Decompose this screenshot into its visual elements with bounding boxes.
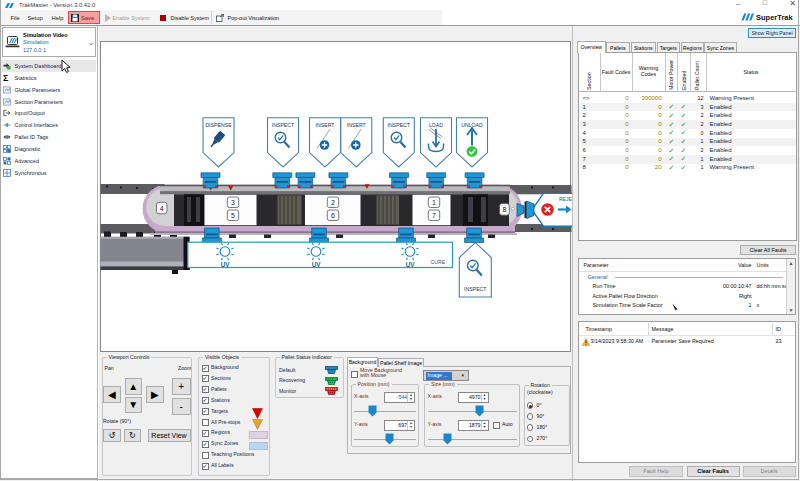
svg-text:8: 8 <box>502 206 506 213</box>
svg-text:UV: UV <box>312 261 322 268</box>
svg-text:7: 7 <box>432 212 436 219</box>
svg-text:CURE: CURE <box>431 259 446 265</box>
svg-text:LOAD: LOAD <box>429 122 443 128</box>
svg-text:INSERT: INSERT <box>316 122 336 128</box>
svg-text:DISPENSE: DISPENSE <box>205 122 232 128</box>
svg-text:1: 1 <box>432 199 436 206</box>
svg-text:6: 6 <box>331 212 335 219</box>
svg-text:REJECT: REJECT <box>559 196 572 202</box>
svg-text:UV: UV <box>221 261 231 268</box>
svg-text:INSPECT: INSPECT <box>464 286 487 292</box>
svg-text:INSPECT: INSPECT <box>272 122 295 128</box>
svg-text:INSPECT: INSPECT <box>388 122 411 128</box>
svg-text:4: 4 <box>160 205 164 212</box>
svg-text:UV: UV <box>406 261 416 268</box>
svg-text:INSERT: INSERT <box>347 122 367 128</box>
svg-text:3: 3 <box>231 199 235 206</box>
svg-text:2: 2 <box>331 199 335 206</box>
svg-text:5: 5 <box>231 212 235 219</box>
